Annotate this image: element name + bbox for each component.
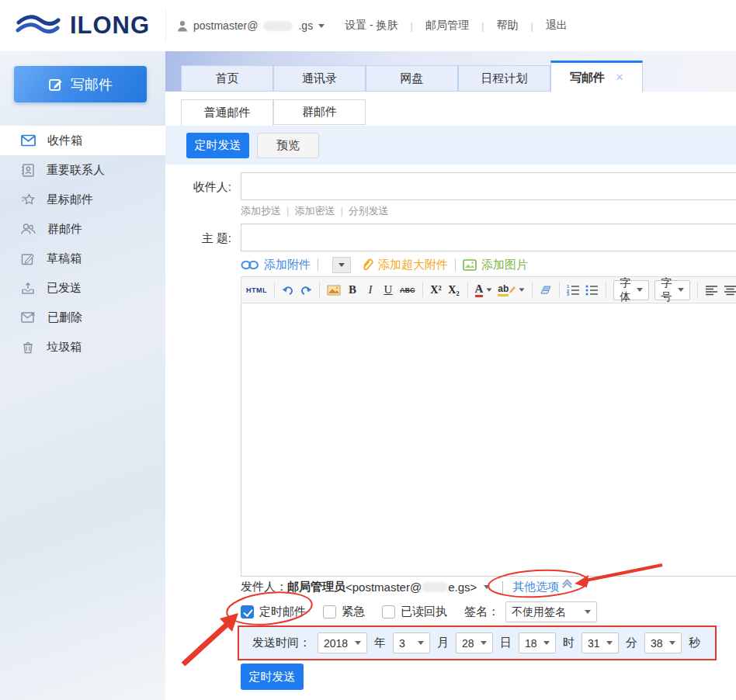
divider [319,282,320,297]
superscript-button[interactable]: X² [430,282,443,299]
compose-pencil-icon [48,77,64,92]
sidebar-item-important-contacts[interactable]: 重要联系人 [0,155,165,185]
month-select[interactable]: 3 [393,632,430,653]
preview-button[interactable]: 预览 [257,133,319,158]
signature-select[interactable]: 不使用签名 [505,601,597,622]
html-mode-button[interactable]: HTML [246,282,267,299]
chevron-down-icon [606,641,613,645]
underline-button[interactable]: U [382,282,394,299]
italic-button[interactable]: I [364,282,377,299]
tab-compose[interactable]: 写邮件 × [550,61,643,92]
tab-schedule[interactable]: 日程计划 [458,65,550,92]
highlight-button[interactable]: ab [498,282,525,299]
align-left-button[interactable] [705,282,718,299]
sidebar-item-group-mail[interactable]: 群邮件 [0,214,165,244]
subscript-button[interactable]: X₂ [448,282,460,299]
minute-unit: 分 [626,636,637,650]
day-select[interactable]: 28 [456,632,493,653]
undo-button[interactable] [282,282,294,299]
sidebar-item-drafts[interactable]: 草稿箱 [0,244,165,273]
add-image-link[interactable]: 添加图片 [481,258,528,272]
sidebar-item-label: 群邮件 [47,222,82,237]
menu-help[interactable]: 帮助 [496,19,518,33]
divider: | [340,205,342,217]
divider [559,282,560,297]
divider [606,282,606,297]
add-attachment-link[interactable]: 添加附件 [264,258,311,272]
chevron-down-icon [585,610,591,614]
month-value: 3 [399,637,405,650]
account-menu[interactable]: postmaster@.gs [177,19,325,32]
subtab-normal-mail[interactable]: 普通邮件 [181,99,273,126]
divider: | [481,20,484,32]
sidebar-item-sent[interactable]: 已发送 [0,273,165,303]
add-large-attachment-link[interactable]: 添加超大附件 [378,258,448,272]
sidebar-item-label: 已发送 [47,281,82,296]
urgent-checkbox[interactable] [323,605,336,619]
sidebar-item-trash[interactable]: 垃圾箱 [0,332,165,362]
subject-input[interactable] [241,224,736,251]
compose-button[interactable]: 写邮件 [14,66,147,102]
attachment-dropdown-button[interactable] [332,257,351,273]
other-options-link[interactable]: 其他选项 [512,580,559,594]
collapse-chevrons-icon[interactable] [564,584,571,591]
schedule-time-row: 发送时间： 2018 年 3 月 28 日 18 时 31 分 38 秒 [238,625,717,660]
send-separately-link[interactable]: 分别发送 [349,205,389,217]
year-unit: 年 [374,636,386,650]
user-email-suffix: .gs [298,19,313,32]
tab-netdisk[interactable]: 网盘 [366,65,458,92]
second-select[interactable]: 38 [644,632,682,653]
divider [697,282,698,297]
redo-button[interactable] [300,282,312,299]
sender-dropdown-icon[interactable] [484,585,490,589]
minute-select[interactable]: 31 [582,632,619,653]
menu-logout[interactable]: 退出 [546,19,568,33]
subtab-label: 普通邮件 [204,106,251,120]
redacted-domain [263,21,293,31]
sidebar-item-starred[interactable]: 星标邮件 [0,185,165,214]
bold-button[interactable]: B [346,282,359,299]
read-receipt-checkbox[interactable] [382,605,395,619]
align-center-button[interactable] [724,282,736,299]
add-bcc-link[interactable]: 添加密送 [294,205,335,217]
urgent-label: 紧急 [342,605,365,619]
sidebar-item-inbox[interactable]: 收件箱 [0,126,165,155]
editor-toolbar: HTML B I U ABC X² X₂ A ab 123 字体 字号 [241,276,736,303]
star-icon [21,193,35,206]
hour-select[interactable]: 18 [519,632,556,653]
sidebar-item-label: 收件箱 [47,133,82,148]
tab-home[interactable]: 首页 [181,65,273,92]
font-color-button[interactable]: A [475,282,493,299]
font-color-glyph: A [475,283,484,297]
bullet-list-button[interactable] [585,282,599,299]
inbox-envelope-icon [21,134,36,147]
add-cc-link[interactable]: 添加抄送 [241,205,281,217]
font-size-select[interactable]: 字号 [654,280,690,300]
insert-image-button[interactable] [327,282,341,299]
editor-body[interactable] [241,303,736,577]
tab-label: 日程计划 [481,71,528,86]
scheduled-mail-checkbox[interactable] [241,605,254,619]
chevron-down-icon [487,288,492,291]
scheduled-send-button-bottom[interactable]: 定时发送 [241,664,304,690]
redacted-domain [422,582,448,592]
chevron-down-icon [481,641,487,645]
sidebar-item-deleted[interactable]: 已删除 [0,303,165,332]
scheduled-send-button-top[interactable]: 定时发送 [186,133,249,158]
subtab-label: 群邮件 [302,105,337,120]
from-address-open: <postmaster@ [345,580,422,594]
menu-settings-skin[interactable]: 设置 - 换肤 [345,19,398,33]
eraser-button[interactable] [540,282,552,299]
font-family-select[interactable]: 字体 [613,280,649,300]
strikethrough-button[interactable]: ABC [400,282,415,299]
year-select[interactable]: 2018 [318,632,367,653]
subtab-group-mail[interactable]: 群邮件 [273,99,366,125]
svg-text:3: 3 [567,292,569,296]
close-icon[interactable]: × [616,70,623,85]
ordered-list-button[interactable]: 123 [567,282,580,299]
menu-postoffice-admin[interactable]: 邮局管理 [425,19,469,33]
chevron-down-icon [338,263,345,267]
to-input[interactable] [241,172,736,200]
tab-contacts[interactable]: 通讯录 [273,65,366,92]
divider: | [411,20,413,32]
